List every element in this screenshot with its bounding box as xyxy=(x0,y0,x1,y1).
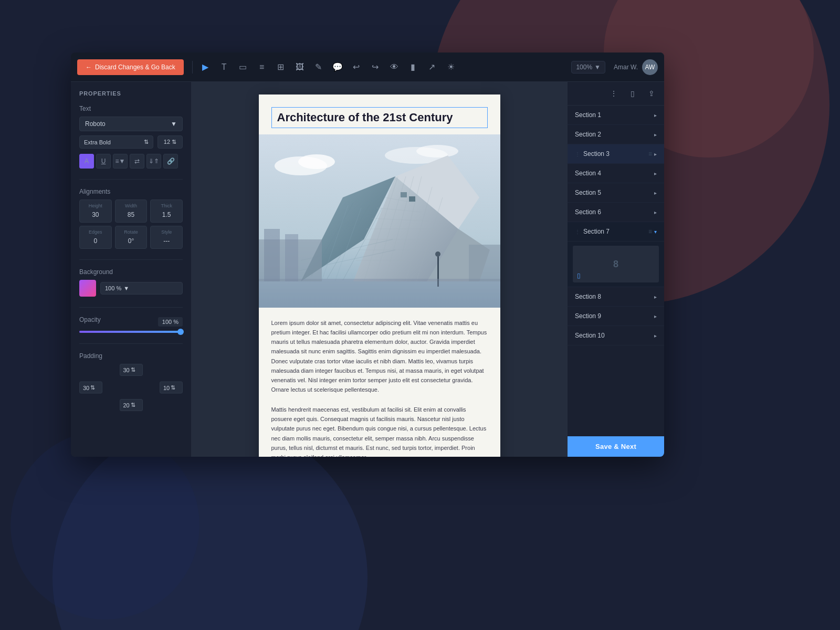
height-field[interactable]: Height 30 xyxy=(79,200,112,223)
font-style-selector[interactable]: Extra Bold ⇅ xyxy=(79,135,153,149)
align-button[interactable]: ⇄ xyxy=(130,154,144,169)
section-thumbnail-area: 8 ▯ xyxy=(568,242,664,287)
background-color-preview[interactable] xyxy=(79,280,96,297)
divider-4 xyxy=(79,343,183,344)
font-selector[interactable]: Roboto ▼ xyxy=(79,117,183,131)
edges-label: Edges xyxy=(84,229,107,235)
section-menu-icon[interactable]: ≡ xyxy=(648,228,652,235)
pen-tool-button[interactable]: ✎ xyxy=(310,59,327,76)
padding-top-field[interactable]: 30 ⇅ xyxy=(120,364,143,376)
section-item-expanded[interactable]: ⋮ Section 7 ≡ ▾ xyxy=(568,222,664,242)
slider-thumb[interactable] xyxy=(177,329,184,335)
style-row: Extra Bold ⇅ 12 ⇅ xyxy=(79,135,183,149)
link-button[interactable]: 🔗 xyxy=(163,154,178,169)
zoom-control[interactable]: 100% ▼ xyxy=(571,61,605,74)
section-item[interactable]: Section 1 ▸ xyxy=(568,106,664,125)
save-next-button[interactable]: Save & Next xyxy=(568,436,664,457)
padding-right-field[interactable]: 10 ⇅ xyxy=(160,382,183,394)
spacing-button[interactable]: ⇓⇑ xyxy=(146,154,161,169)
svg-rect-38 xyxy=(469,245,500,281)
font-size-input[interactable]: 12 ⇅ xyxy=(158,135,183,149)
export-button[interactable]: ↗ xyxy=(424,59,440,76)
background-section: Background 100 % ▼ xyxy=(79,268,183,297)
frame-tool-button[interactable]: ▭ xyxy=(235,59,251,76)
pad-left-arrows: ⇅ xyxy=(90,384,95,391)
section-name: Section 6 xyxy=(575,208,654,216)
text-color-button[interactable]: A xyxy=(79,154,94,169)
section-drag-handle[interactable]: ⋮ xyxy=(575,229,580,235)
architecture-svg xyxy=(259,134,500,308)
section-item[interactable]: Section 6 ▸ xyxy=(568,203,664,222)
section-thumbnail: 8 ▯ xyxy=(573,246,659,282)
sections-list: Section 1 ▸ Section 2 ▸ ⋮ Section 3 ≡ ▸ xyxy=(568,106,664,436)
section-expand-icon: ▸ xyxy=(654,294,657,300)
duplicate-button[interactable]: ▯ xyxy=(625,86,640,101)
discard-button[interactable]: ← Discard Changes & Go Back xyxy=(77,59,184,75)
share-button[interactable]: ⇪ xyxy=(644,86,659,101)
list-style-button[interactable]: ≡▼ xyxy=(113,154,128,169)
text-tool-button[interactable]: T xyxy=(216,59,233,76)
section-item[interactable]: Section 4 ▸ xyxy=(568,164,664,183)
main-content: PROPERTIES Text Roboto ▼ Extra Bold ⇅ 12… xyxy=(71,82,664,457)
grid-tool-button[interactable]: ⊞ xyxy=(272,59,289,76)
style-label: Style xyxy=(155,229,178,235)
rotate-value: 0° xyxy=(128,237,134,245)
preview-button[interactable]: 👁 xyxy=(386,59,403,76)
edges-field[interactable]: Edges 0 xyxy=(79,226,112,249)
text-tools: A U ≡▼ ⇄ ⇓⇑ 🔗 xyxy=(79,154,183,169)
thumbnail-number: 8 xyxy=(613,259,618,270)
discard-label: Discard Changes & Go Back xyxy=(95,64,175,71)
pages-button[interactable]: ▮ xyxy=(405,59,422,76)
select-tool-button[interactable]: ▶ xyxy=(197,59,214,76)
doc-body: Lorem ipsum dolor sit amet, consectetur … xyxy=(259,308,500,457)
opacity-label: Opacity xyxy=(79,316,101,323)
section-name: Section 2 xyxy=(575,131,654,138)
section-menu-icon[interactable]: ≡ xyxy=(648,150,652,158)
padding-bottom-field[interactable]: 20 ⇅ xyxy=(120,399,143,411)
width-field[interactable]: Width 85 xyxy=(115,200,148,223)
section-item[interactable]: Section 9 ▸ xyxy=(568,307,664,326)
width-value: 85 xyxy=(128,211,134,218)
section-item-active[interactable]: ⋮ Section 3 ≡ ▸ xyxy=(568,144,664,164)
more-options-button[interactable]: ⋮ xyxy=(606,86,621,101)
section-name: Section 4 xyxy=(575,170,654,177)
svg-point-6 xyxy=(298,154,335,169)
canvas-area[interactable]: Lorem ipsum dolor sit amet, consectetur … xyxy=(192,82,567,457)
toolbar: ← Discard Changes & Go Back ▶ T ▭ ≡ ⊞ 🖼 … xyxy=(71,52,664,82)
padding-grid: 30 ⇅ 30 ⇅ 10 ⇅ 20 ⇅ xyxy=(79,364,183,411)
redo-button[interactable]: ↪ xyxy=(367,59,384,76)
zoom-chevron-icon: ▼ xyxy=(594,64,601,71)
underline-button[interactable]: U xyxy=(96,154,111,169)
rotate-field[interactable]: Rotate 0° xyxy=(115,226,148,249)
text-section: Text Roboto ▼ Extra Bold ⇅ 12 ⇅ xyxy=(79,105,183,169)
opacity-slider[interactable] xyxy=(79,331,183,333)
divider-2 xyxy=(79,259,183,260)
settings-button[interactable]: ☀ xyxy=(443,59,459,76)
section-drag-handle[interactable]: ⋮ xyxy=(575,151,580,157)
list-tool-button[interactable]: ≡ xyxy=(254,59,270,76)
opacity-input[interactable]: 100 % ▼ xyxy=(100,282,183,295)
section-item[interactable]: Section 2 ▸ xyxy=(568,125,664,144)
pad-top-value: 30 xyxy=(123,367,130,373)
section-item[interactable]: Section 5 ▸ xyxy=(568,183,664,203)
undo-button[interactable]: ↩ xyxy=(348,59,365,76)
pad-bottom-value: 20 xyxy=(123,402,130,408)
section-item[interactable]: Section 10 ▸ xyxy=(568,326,664,345)
font-chevron-icon: ▼ xyxy=(171,120,177,128)
svg-rect-33 xyxy=(401,192,407,197)
thick-field[interactable]: Thick 1.5 xyxy=(150,200,183,223)
padding-left-field[interactable]: 30 ⇅ xyxy=(79,382,102,394)
section-item[interactable]: Section 8 ▸ xyxy=(568,287,664,307)
style-field[interactable]: Style --- xyxy=(150,226,183,249)
section-expand-icon: ▸ xyxy=(654,313,657,319)
doc-title-input[interactable] xyxy=(271,107,488,128)
edges-value: 0 xyxy=(93,237,97,245)
background-label: Background xyxy=(79,268,183,276)
doc-image xyxy=(259,134,500,308)
comment-tool-button[interactable]: 💬 xyxy=(329,59,346,76)
back-arrow-icon: ← xyxy=(86,64,92,71)
image-tool-button[interactable]: 🖼 xyxy=(291,59,308,76)
svg-rect-37 xyxy=(285,234,298,281)
user-name: Amar W. xyxy=(614,64,638,71)
opacity-badge: 100 % xyxy=(158,317,183,327)
